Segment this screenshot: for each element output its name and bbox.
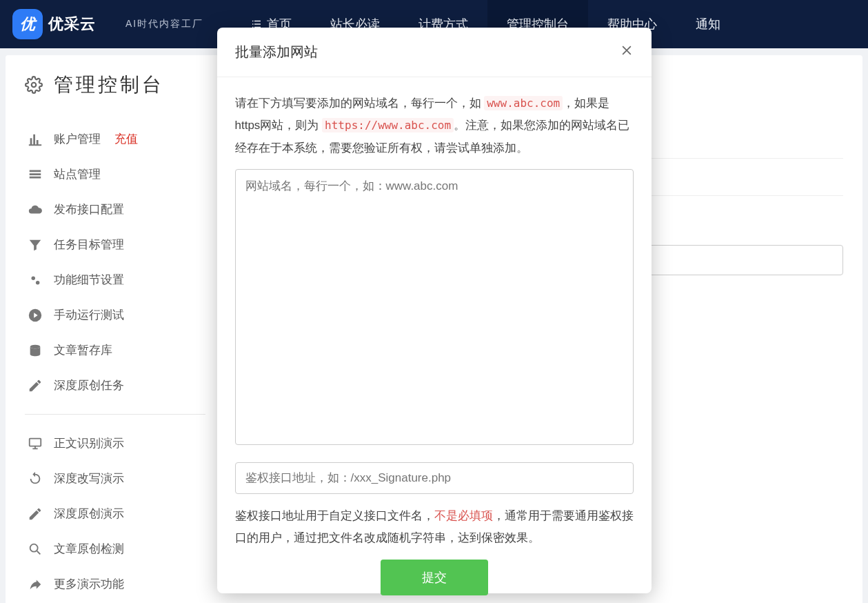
auth-note: 鉴权接口地址用于自定义接口文件名，不是必填项，通常用于需要通用鉴权接口的用户，通… bbox=[235, 505, 634, 550]
bulk-add-modal: 批量添加网站 请在下方填写要添加的网站域名，每行一个，如 www.abc.com… bbox=[217, 28, 652, 593]
domains-textarea[interactable] bbox=[235, 169, 634, 445]
modal-intro: 请在下方填写要添加的网站域名，每行一个，如 www.abc.com，如果是htt… bbox=[235, 92, 634, 159]
auth-url-input[interactable] bbox=[235, 462, 634, 494]
close-icon[interactable] bbox=[620, 43, 634, 61]
modal-title: 批量添加网站 bbox=[235, 43, 318, 61]
submit-button[interactable]: 提交 bbox=[381, 560, 488, 595]
modal-overlay: 批量添加网站 请在下方填写要添加的网站域名，每行一个，如 www.abc.com… bbox=[0, 0, 868, 603]
